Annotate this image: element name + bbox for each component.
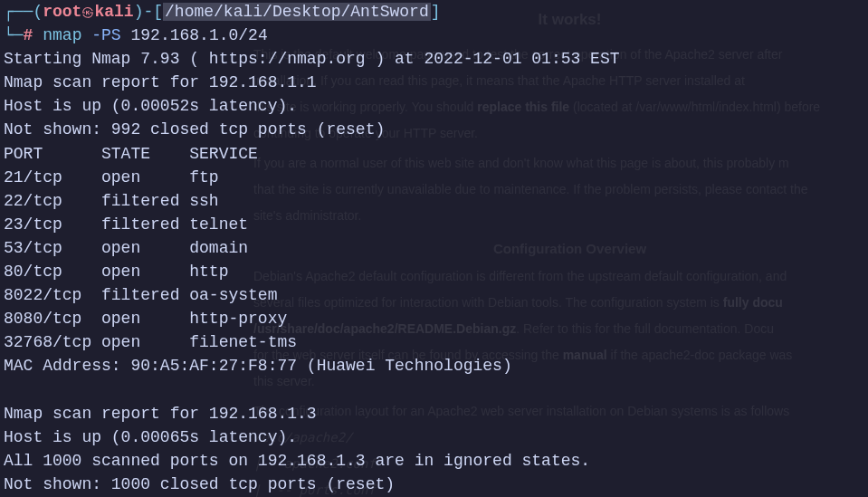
port-row: 23/tcp filtered telnet xyxy=(4,215,248,234)
port-row: 21/tcp open ftp xyxy=(4,168,219,186)
port-row: 22/tcp filtered ssh xyxy=(4,192,219,210)
not-shown-line: Not shown: 1000 closed tcp ports (reset) xyxy=(4,475,395,493)
port-header: PORT STATE SERVICE xyxy=(4,145,258,163)
port-row: 8022/tcp filtered oa-system xyxy=(4,286,277,304)
nmap-report-line: Nmap scan report for 192.168.1.1 xyxy=(4,73,317,91)
prompt-cwd: /home/kali/Desktop/AntSword xyxy=(163,3,431,21)
prompt-user: root xyxy=(43,3,81,21)
terminal-window[interactable]: ┌──(root㉿kali)-[/home/kali/Desktop/AntSw… xyxy=(0,0,868,497)
ignored-states-line: All 1000 scanned ports on 192.168.1.3 ar… xyxy=(4,452,590,470)
nmap-start-line: Starting Nmap 7.93 ( https://nmap.org ) … xyxy=(4,50,620,68)
prompt-decoration: ] xyxy=(431,3,441,21)
port-row: 8080/tcp open http-proxy xyxy=(4,310,287,328)
host-up-line: Host is up (0.00065s latency). xyxy=(4,428,297,446)
host-up-line: Host is up (0.00052s latency). xyxy=(4,97,297,115)
command-flag: -PS xyxy=(91,26,120,44)
command-target: 192.168.1.0/24 xyxy=(130,26,267,44)
nmap-report-line: Nmap scan report for 192.168.1.3 xyxy=(4,405,317,423)
mac-line: MAC Address: 90:A5:AF:27:F8:77 (Huawei T… xyxy=(4,357,512,375)
prompt-decoration: )-[ xyxy=(134,3,163,21)
prompt-hash: # xyxy=(24,26,33,44)
port-row: 53/tcp open domain xyxy=(4,239,248,257)
port-row: 80/tcp open http xyxy=(4,263,228,281)
port-row: 32768/tcp open filenet-tms xyxy=(4,333,297,351)
prompt-decoration: ┌──( xyxy=(4,3,43,21)
not-shown-line: Not shown: 992 closed tcp ports (reset) xyxy=(4,120,385,139)
skull-icon: ㉿ xyxy=(81,5,94,20)
prompt-host: kali xyxy=(94,3,133,21)
command-name: nmap xyxy=(43,26,81,44)
prompt-decoration: └─ xyxy=(4,26,24,44)
